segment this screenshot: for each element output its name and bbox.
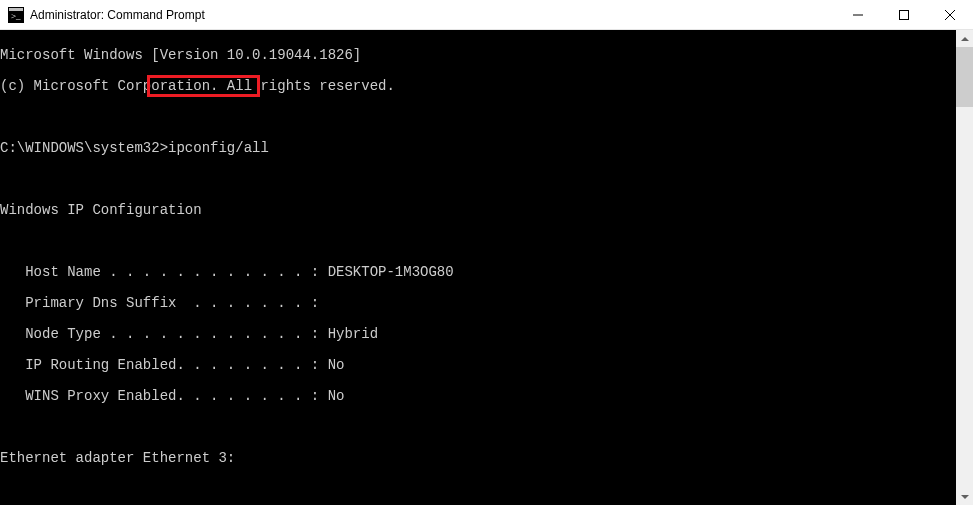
scroll-up-arrow[interactable] — [956, 30, 973, 47]
copyright-line: (c) Microsoft Corporation. All rights re… — [0, 79, 956, 95]
prompt-path: C:\WINDOWS\system32 — [0, 140, 160, 156]
svg-marker-8 — [961, 495, 969, 499]
cmd-icon: >_ — [8, 7, 24, 23]
blank — [0, 420, 956, 436]
svg-marker-7 — [961, 37, 969, 41]
section-ip-config: Windows IP Configuration — [0, 203, 956, 219]
blank — [0, 482, 956, 498]
svg-text:>_: >_ — [11, 11, 21, 21]
maximize-button[interactable] — [881, 0, 927, 29]
window-title: Administrator: Command Prompt — [30, 8, 835, 22]
minimize-button[interactable] — [835, 0, 881, 29]
node-type: Node Type . . . . . . . . . . . . : Hybr… — [0, 327, 956, 343]
window-controls — [835, 0, 973, 29]
svg-rect-4 — [900, 10, 909, 19]
command-text: ipconfig/all — [168, 140, 269, 156]
titlebar: >_ Administrator: Command Prompt — [0, 0, 973, 30]
scroll-thumb[interactable] — [956, 47, 973, 107]
vertical-scrollbar[interactable] — [956, 30, 973, 505]
host-name: Host Name . . . . . . . . . . . . : DESK… — [0, 265, 956, 281]
console-output[interactable]: Microsoft Windows [Version 10.0.19044.18… — [0, 30, 956, 505]
primary-dns-suffix: Primary Dns Suffix . . . . . . . : — [0, 296, 956, 312]
blank — [0, 172, 956, 188]
section-ethernet: Ethernet adapter Ethernet 3: — [0, 451, 956, 467]
close-button[interactable] — [927, 0, 973, 29]
console-area: Microsoft Windows [Version 10.0.19044.18… — [0, 30, 973, 505]
blank — [0, 110, 956, 126]
ip-routing: IP Routing Enabled. . . . . . . . : No — [0, 358, 956, 374]
blank — [0, 234, 956, 250]
scroll-down-arrow[interactable] — [956, 488, 973, 505]
prompt-line: C:\WINDOWS\system32>ipconfig/all — [0, 141, 956, 157]
version-line: Microsoft Windows [Version 10.0.19044.18… — [0, 48, 956, 64]
wins-proxy: WINS Proxy Enabled. . . . . . . . : No — [0, 389, 956, 405]
